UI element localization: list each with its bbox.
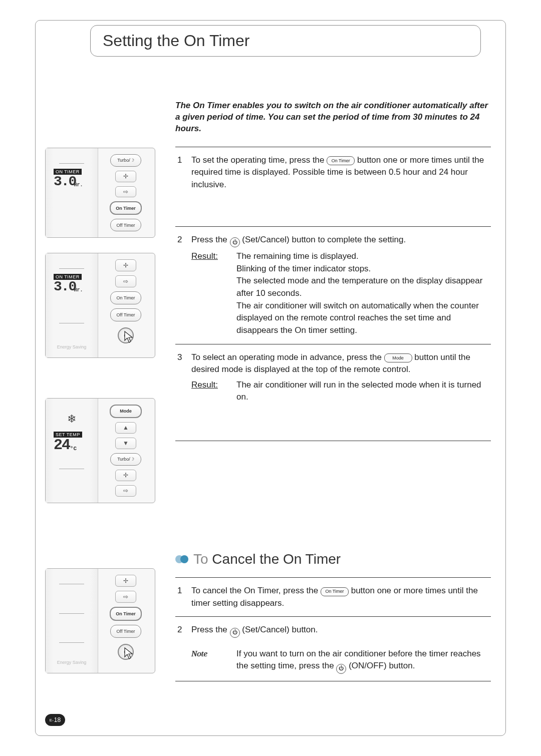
- step-text: To set the operating time, press the: [191, 155, 327, 165]
- step-row: 1 To set the operating time, press the O…: [175, 147, 491, 227]
- step-row: 1 To cancel the On Timer, press the On T…: [175, 578, 491, 617]
- result-text: The air conditioner will run in the sele…: [236, 379, 491, 404]
- section1-steps: 1 To set the operating time, press the O…: [175, 147, 491, 441]
- cursor-icon: [124, 330, 134, 343]
- step-number: 1: [177, 585, 191, 609]
- remote-figure-cancel: Energy Saving ✢ ⇨ On Timer Off Timer ⏻: [45, 568, 155, 673]
- step-number: 3: [177, 351, 191, 404]
- lcd-temp-value: 24°C: [54, 438, 70, 453]
- step-text: To cancel the On Timer, press the: [191, 586, 321, 595]
- step-text: Press the: [191, 625, 230, 634]
- step-number: 2: [177, 234, 191, 337]
- step-row: 2 Press the ⏻ (Set/Cancel) button. Note …: [175, 617, 491, 681]
- section1-intro: The On Timer enables you to switch on th…: [175, 100, 491, 135]
- temp-up-icon: ▲: [115, 422, 136, 434]
- set-cancel-icon: ⏻: [230, 628, 240, 638]
- step-number: 2: [177, 624, 191, 673]
- lcd-time-value: 3.0Hr.: [54, 280, 76, 294]
- fan-icon: ✢: [115, 575, 136, 587]
- swing-icon: ⇨: [115, 275, 136, 287]
- note-text: (ON/OFF) button.: [349, 661, 415, 670]
- lcd-time-value: 3.0Hr.: [54, 175, 76, 189]
- section2-title-rest: Cancel the On Timer: [208, 551, 341, 567]
- on-timer-inline-button: On Timer: [327, 156, 355, 165]
- turbo-button: Turbo/☽: [110, 453, 141, 466]
- swing-icon: ⇨: [115, 591, 136, 603]
- swing-icon: ⇨: [115, 485, 136, 497]
- result-label: Result:: [191, 379, 236, 404]
- on-timer-inline-button: On Timer: [321, 587, 349, 596]
- off-timer-button: Off Timer: [110, 308, 141, 321]
- mode-button: Mode: [110, 405, 142, 418]
- step-row: 2 Press the ⏻ (Set/Cancel) button to com…: [175, 227, 491, 344]
- section1-title: Setting the On Timer: [103, 32, 249, 50]
- off-timer-button: Off Timer: [110, 625, 141, 638]
- result-label: Result:: [191, 250, 236, 336]
- fan-icon: ✢: [115, 259, 136, 271]
- swing-icon: ⇨: [115, 186, 136, 198]
- result-text: The remaining time is displayed. Blinkin…: [236, 250, 491, 336]
- section2-title: To Cancel the On Timer: [175, 551, 491, 567]
- energy-saving-label: Energy Saving: [57, 660, 87, 665]
- step-text: To select an operating mode in advance, …: [191, 352, 384, 362]
- off-timer-button: Off Timer: [110, 219, 141, 231]
- section2-steps: 1 To cancel the On Timer, press the On T…: [175, 577, 491, 681]
- energy-saving-label: Energy Saving: [57, 344, 87, 349]
- section2-title-light: To: [193, 551, 208, 567]
- remote-figure-ontimer: ON TIMER 3.0Hr. Turbo/☽ ✢ ⇨ On Timer Off…: [45, 148, 155, 238]
- fan-icon: ✢: [115, 470, 136, 481]
- turbo-button: Turbo/☽: [110, 154, 141, 167]
- figure-column: ON TIMER 3.0Hr. Turbo/☽ ✢ ⇨ On Timer Off…: [45, 95, 160, 711]
- note-label: Note: [191, 648, 236, 674]
- remote-figure-setcancel: ON TIMER 3.0Hr. Energy Saving ✢ ⇨ On Tim…: [45, 253, 155, 358]
- snowflake-icon: ❄: [67, 413, 76, 426]
- set-cancel-button: ⏻: [118, 644, 134, 660]
- on-timer-button: On Timer: [110, 201, 142, 215]
- step-row: 3 To select an operating mode in advance…: [175, 344, 491, 411]
- cursor-icon: [124, 647, 134, 660]
- section-title-box: Setting the On Timer: [90, 25, 481, 57]
- on-timer-button: On Timer: [110, 607, 142, 621]
- set-cancel-icon: ⏻: [230, 237, 240, 247]
- power-icon: ⏻: [336, 664, 346, 674]
- step-text: (Set/Cancel) button.: [242, 625, 318, 634]
- remote-figure-mode: ❄ SET TEMP 24°C Mode ▲ ▼ Turbo/☽ ✢ ⇨: [45, 398, 155, 503]
- page-number-badge: E-18: [45, 714, 65, 726]
- step-number: 1: [177, 154, 191, 219]
- set-cancel-button: ⏻: [118, 327, 134, 343]
- step-text: Press the: [191, 235, 230, 244]
- step-text: (Set/Cancel) button to complete the sett…: [242, 235, 406, 244]
- mode-inline-button: Mode: [384, 353, 412, 362]
- fan-icon: ✢: [115, 171, 136, 182]
- decorative-dots-icon: [175, 555, 188, 563]
- on-timer-button: On Timer: [110, 291, 141, 304]
- temp-down-icon: ▼: [115, 438, 136, 449]
